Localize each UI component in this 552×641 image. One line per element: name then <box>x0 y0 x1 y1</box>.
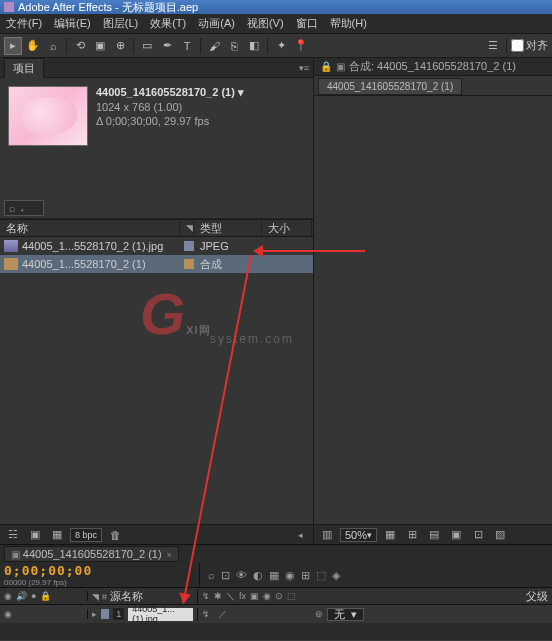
comp-tab-active[interactable]: 44005_141605528170_2 (1) <box>318 78 462 95</box>
pen-tool[interactable]: ✒ <box>158 37 176 55</box>
timeline-header: 0;00;00;00 00000 (29.97 fps) ⌕ ⊡ 👁 ◐ ▦ ◉… <box>0 563 552 587</box>
menu-window[interactable]: 窗口 <box>290 14 324 33</box>
tab-project[interactable]: 项目 <box>4 58 44 78</box>
composition-viewer[interactable] <box>314 96 552 524</box>
preview-title: 44005_141605528170_2 (1) ▾ <box>96 86 244 99</box>
switch-slot[interactable]: ↯ <box>202 609 210 619</box>
switch-icon: ＼ <box>226 590 235 603</box>
camera-tool[interactable]: ▣ <box>91 37 109 55</box>
rotation-tool[interactable]: ⟲ <box>71 37 89 55</box>
menu-file[interactable]: 文件(F) <box>0 14 48 33</box>
shy-icon[interactable]: 👁 <box>236 569 247 581</box>
brush-tool[interactable]: 🖌 <box>205 37 223 55</box>
hand-tool[interactable]: ✋ <box>24 37 42 55</box>
magnify-icon[interactable]: ▥ <box>318 528 336 542</box>
grid-icon[interactable]: ⊞ <box>403 528 421 542</box>
comp-type-icon: ▣ <box>336 61 345 72</box>
source-name-header[interactable]: ◥ # 源名称 <box>88 589 198 604</box>
parent-dropdown[interactable]: 无▾ <box>327 608 364 621</box>
new-folder-icon[interactable]: ▣ <box>26 528 44 542</box>
window-title: Adobe After Effects - 无标题项目.aep <box>18 0 198 14</box>
comp-title-row: 🔒 ▣ 合成: 44005_141605528170_2 (1) <box>314 58 552 76</box>
eye-header-icon: ◉ <box>4 591 12 601</box>
project-item-list[interactable]: 44005_1...5528170_2 (1).jpg JPEG 44005_1… <box>0 237 313 524</box>
auto-keyframe-icon[interactable]: ◈ <box>332 569 340 582</box>
pickwhip-icon[interactable]: ⊚ <box>315 609 323 619</box>
rectangle-tool[interactable]: ▭ <box>138 37 156 55</box>
project-column-headers: 名称 ◥ 类型 大小 <box>0 219 313 237</box>
switch-icon: ↯ <box>202 591 210 601</box>
menu-animation[interactable]: 动画(A) <box>192 14 241 33</box>
col-header-name[interactable]: 名称 <box>0 220 180 236</box>
project-item-jpeg[interactable]: 44005_1...5528170_2 (1).jpg JPEG <box>0 237 313 255</box>
mask-icon[interactable]: ▣ <box>447 528 465 542</box>
preview-thumbnail[interactable] <box>8 86 88 146</box>
menu-view[interactable]: 视图(V) <box>241 14 290 33</box>
switch-icon: ⊙ <box>275 591 283 601</box>
audio-header-icon: 🔊 <box>16 591 27 601</box>
comp-mini-icon[interactable]: ⊡ <box>221 569 230 582</box>
col-header-type[interactable]: 类型 <box>194 220 262 236</box>
frame-blend-icon[interactable]: ▦ <box>269 569 279 582</box>
transparency-icon[interactable]: ▨ <box>491 528 509 542</box>
menu-bar: 文件(F) 编辑(E) 图层(L) 效果(T) 动画(A) 视图(V) 窗口 帮… <box>0 14 552 34</box>
menu-edit[interactable]: 编辑(E) <box>48 14 97 33</box>
lock-icon[interactable]: 🔒 <box>320 61 332 72</box>
col-header-label[interactable]: ◥ <box>180 220 194 236</box>
clone-tool[interactable]: ⎘ <box>225 37 243 55</box>
av-column-header: ◉ 🔊 ● 🔒 <box>0 591 88 601</box>
menu-effect[interactable]: 效果(T) <box>144 14 192 33</box>
menu-help[interactable]: 帮助(H) <box>324 14 373 33</box>
graph-icon[interactable]: ⬚ <box>316 569 326 582</box>
project-item-comp[interactable]: 44005_1...5528170_2 (1) 合成 <box>0 255 313 273</box>
motion-blur-icon[interactable]: ◉ <box>285 569 295 582</box>
layer-name[interactable]: 44005_1... (1).jpg <box>128 608 193 621</box>
timeline-tab[interactable]: ▣ 44005_141605528170_2 (1) × <box>4 546 179 562</box>
separator <box>200 38 201 54</box>
switch-slot[interactable]: ／ <box>218 608 227 621</box>
search-icon[interactable]: ⌕ <box>208 569 215 581</box>
close-tab-icon[interactable]: × <box>166 550 171 560</box>
brainiac-icon[interactable]: ⊞ <box>301 569 310 582</box>
solo-header-icon: ● <box>31 591 36 601</box>
twirl-icon[interactable]: ▸ <box>92 609 97 619</box>
label-swatch[interactable] <box>184 241 194 251</box>
timeline-layer-row[interactable]: ◉ ▸ 1 44005_1... (1).jpg ↯ ／ ⊚ 无▾ <box>0 605 552 623</box>
region-icon[interactable]: ⊡ <box>469 528 487 542</box>
separator <box>506 38 507 54</box>
timecode[interactable]: 0;00;00;00 <box>4 563 195 578</box>
puppet-tool[interactable]: 📍 <box>292 37 310 55</box>
switch-icon: ✱ <box>214 591 222 601</box>
search-help-icon[interactable]: ☰ <box>484 37 502 55</box>
menu-layer[interactable]: 图层(L) <box>97 14 144 33</box>
snap-checkbox[interactable] <box>511 39 524 52</box>
new-comp-icon[interactable]: ▦ <box>48 528 66 542</box>
eye-toggle[interactable]: ◉ <box>4 609 12 619</box>
zoom-dropdown[interactable]: 50% ▾ <box>340 528 377 542</box>
eraser-tool[interactable]: ◧ <box>245 37 263 55</box>
layer-label-swatch[interactable] <box>101 609 109 619</box>
timeline-tabs: ▣ 44005_141605528170_2 (1) × <box>0 545 552 563</box>
roto-tool[interactable]: ✦ <box>272 37 290 55</box>
pan-behind-tool[interactable]: ⊕ <box>111 37 129 55</box>
resolution-icon[interactable]: ▦ <box>381 528 399 542</box>
delete-icon[interactable]: 🗑 <box>106 528 124 542</box>
search-input[interactable]: ⌕ ▾ <box>4 200 44 216</box>
timecode-area[interactable]: 0;00;00;00 00000 (29.97 fps) <box>0 563 200 587</box>
selection-tool[interactable]: ▸ <box>4 37 22 55</box>
zoom-tool[interactable]: ⌕ <box>44 37 62 55</box>
panel-menu-icon[interactable]: ▾≡ <box>299 63 309 73</box>
switches-header: ↯ ✱ ＼ fx ▣ ◉ ⊙ ⬚ 父级 <box>198 589 552 604</box>
text-tool[interactable]: T <box>178 37 196 55</box>
draft3d-icon[interactable]: ◐ <box>253 569 263 582</box>
guides-icon[interactable]: ▤ <box>425 528 443 542</box>
col-header-size[interactable]: 大小 <box>262 220 312 236</box>
parent-header[interactable]: 父级 <box>526 589 548 604</box>
composition-panel: 🔒 ▣ 合成: 44005_141605528170_2 (1) 44005_1… <box>314 58 552 544</box>
lock-header-icon: 🔒 <box>40 591 51 601</box>
label-swatch[interactable] <box>184 259 194 269</box>
interpret-footage-icon[interactable]: ☵ <box>4 528 22 542</box>
bpc-button[interactable]: 8 bpc <box>70 528 102 542</box>
scroll-left-icon[interactable]: ◂ <box>291 528 309 542</box>
layer-index: 1 <box>113 608 124 620</box>
